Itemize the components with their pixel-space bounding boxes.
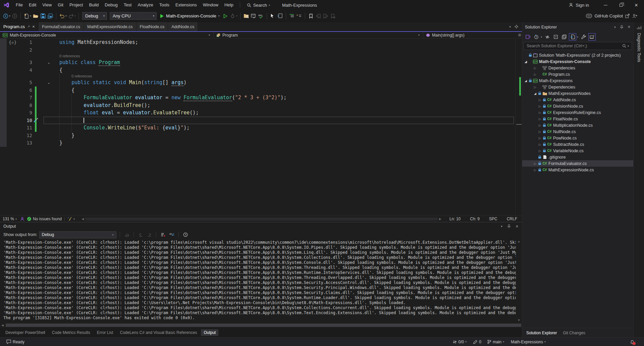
- output-source-dropdown[interactable]: Debug ▾: [39, 231, 116, 238]
- quick-actions-icon[interactable]: [33, 117, 39, 123]
- peek-definition-icon[interactable]: [276, 12, 284, 20]
- expand-icon[interactable]: ▷: [538, 130, 542, 133]
- close-panel-icon[interactable]: ✕: [628, 25, 631, 29]
- minimize-button[interactable]: [598, 0, 613, 10]
- expand-icon[interactable]: ▷: [538, 136, 542, 140]
- expand-icon[interactable]: ▷: [538, 117, 542, 121]
- preview-selected-items-icon[interactable]: [588, 33, 596, 41]
- collapse-icon[interactable]: ◢: [533, 92, 537, 95]
- tree-item-expressionruleengine-cs[interactable]: ▷C#ExpressionRuleEngine.cs: [522, 109, 633, 116]
- tab-mathexpressionnode-cs[interactable]: MathExpressionNode.cs: [84, 22, 136, 31]
- expand-icon[interactable]: ▷: [538, 105, 542, 108]
- expand-icon[interactable]: ▷: [538, 111, 542, 114]
- navigate-backward-icon[interactable]: [2, 12, 9, 20]
- expand-icon[interactable]: ▷: [538, 149, 542, 153]
- menu-window[interactable]: Window: [200, 0, 221, 10]
- solution-platforms-dropdown[interactable]: Any CPU▾: [110, 12, 157, 20]
- spell-check-icon[interactable]: abc: [257, 12, 265, 20]
- expand-icon[interactable]: ▷: [533, 66, 537, 70]
- menu-tools[interactable]: Tools: [156, 0, 172, 10]
- code-editor[interactable]: {▫} 1using MathExpressionNodes;20 refere…: [0, 39, 522, 216]
- sync-namespaces-icon[interactable]: [544, 33, 551, 41]
- breakpoint-margin[interactable]: [0, 79, 7, 86]
- tree-item-divisionnode-cs[interactable]: ▷C#DivisionNode.cs: [522, 103, 633, 109]
- code-line[interactable]: 1using MathExpressionNodes;: [0, 39, 515, 46]
- previous-bookmark-icon[interactable]: [315, 12, 322, 20]
- code-line[interactable]: 6 {: [0, 86, 515, 94]
- solution-configurations-dropdown[interactable]: Debug▾: [82, 12, 107, 20]
- sign-in-button[interactable]: + Sign in: [569, 3, 589, 8]
- breakpoint-margin[interactable]: [0, 66, 7, 74]
- feedback-button[interactable]: Ready: [3, 340, 28, 344]
- code-line[interactable]: 11 Console.WriteLine($"Eval: {eval}");: [0, 124, 515, 132]
- code-line[interactable]: 13}: [0, 139, 515, 147]
- pin-icon[interactable]: [507, 224, 511, 228]
- chevron-down-icon[interactable]: ▾: [30, 14, 31, 17]
- expand-icon[interactable]: ▷: [538, 143, 542, 146]
- panel-tab-developer-powershell[interactable]: Developer PowerShell: [3, 329, 48, 336]
- tree-item-variablenode-cs[interactable]: ▷C#VariableNode.cs: [522, 148, 633, 154]
- new-file-icon[interactable]: ✱: [23, 12, 30, 20]
- code-line[interactable]: 7 FormulaEvaluator evaluator = new Formu…: [0, 94, 515, 102]
- menu-build[interactable]: Build: [86, 0, 102, 10]
- output-horizontal-scrollbar[interactable]: ◀: [0, 323, 522, 328]
- code-line[interactable]: 5⌄ public static void Main(string[] args…: [0, 79, 515, 86]
- tree-item-math-expressions[interactable]: ◢C#Math-Expressions: [522, 77, 633, 84]
- codelens-references[interactable]: 0 references: [0, 54, 515, 59]
- scroll-left-icon[interactable]: ◀: [0, 324, 5, 327]
- close-button[interactable]: ✕: [629, 0, 644, 10]
- tab-addnode-cs[interactable]: AddNode.cs: [168, 22, 198, 31]
- expand-icon[interactable]: ▷: [538, 98, 542, 102]
- space-mode-indicator[interactable]: SPC: [484, 217, 502, 221]
- tree-item-math-expression-console[interactable]: ◢C#Math-Expression-Console: [522, 58, 633, 65]
- next-bookmark-icon[interactable]: [322, 12, 329, 20]
- breadcrumb-member[interactable]: Main(string[] args): [423, 32, 517, 38]
- chevron-down-icon[interactable]: ▾: [74, 14, 76, 17]
- breakpoint-margin[interactable]: [0, 59, 7, 66]
- diagnostic-tools-tab[interactable]: Diagnostic Tools: [637, 33, 641, 62]
- show-all-files-icon[interactable]: [250, 12, 257, 20]
- timestamp-icon[interactable]: [182, 231, 189, 238]
- menu-view[interactable]: View: [39, 0, 55, 10]
- output-vertical-scrollbar[interactable]: ▲▼: [516, 239, 522, 323]
- close-panel-icon[interactable]: ✕: [516, 224, 519, 229]
- clear-bookmarks-icon[interactable]: [329, 12, 337, 20]
- search-box[interactable]: Search ▾: [244, 3, 274, 8]
- code-line[interactable]: 2: [0, 46, 515, 54]
- chevron-down-icon[interactable]: ▾: [236, 14, 237, 17]
- menu-extensions[interactable]: Extensions: [172, 0, 200, 10]
- hot-reload-icon[interactable]: [229, 12, 236, 20]
- codelens-references[interactable]: 0 references: [0, 74, 515, 79]
- code-line[interactable]: 10: [0, 117, 515, 124]
- chevron-down-icon[interactable]: ▾: [541, 36, 542, 39]
- wrench-icon[interactable]: [580, 33, 587, 41]
- tree-item-gitignore[interactable]: .gitignore: [522, 154, 633, 160]
- redo-icon[interactable]: [67, 12, 75, 20]
- start-without-debugging-icon[interactable]: [222, 12, 229, 20]
- explorer-tab-git-changes[interactable]: Git Changes: [563, 331, 585, 335]
- tree-item-mathexpressionnodes[interactable]: ◢MathExpressionNodes: [522, 90, 633, 97]
- pending-changes-filter-icon[interactable]: [533, 33, 540, 41]
- panel-tab-codelens-c-and-visual-basic-references[interactable]: CodeLens C# and Visual Basic References: [117, 329, 200, 336]
- repository-picker-button[interactable]: Math-Expressions ▾: [508, 340, 549, 344]
- tree-item-program-cs[interactable]: ▷C#Program.cs: [522, 71, 633, 77]
- pending-edits-button[interactable]: 0: [470, 340, 484, 344]
- save-icon[interactable]: [39, 12, 47, 20]
- undo-icon[interactable]: [58, 12, 66, 20]
- tree-item-pownode-cs[interactable]: ▷C#PowNode.cs: [522, 135, 633, 141]
- chevron-down-icon[interactable]: ▾: [65, 14, 67, 17]
- tree-item-formulaevaluator-cs[interactable]: ▷C#FormulaEvaluator.cs: [522, 160, 633, 167]
- output-log[interactable]: 'Math-Expression-Console.exe' (CoreCLR: …: [0, 239, 522, 323]
- pin-tab-icon[interactable]: ⊤: [26, 24, 31, 29]
- menu-git[interactable]: Git: [55, 0, 66, 10]
- zoom-dropdown[interactable]: 131 % ▾: [0, 217, 20, 221]
- tree-item-multiplicationnode-cs[interactable]: ▷C#MultiplicationNode.cs: [522, 122, 633, 128]
- navigate-forward-icon[interactable]: [11, 12, 18, 20]
- previous-message-icon[interactable]: [137, 231, 144, 238]
- comment-out-icon[interactable]: ❞: [296, 12, 303, 20]
- code-line[interactable]: 4{: [0, 66, 515, 74]
- tree-item-subtractnode-cs[interactable]: ▷C#SubtractNode.cs: [522, 141, 633, 148]
- save-all-icon[interactable]: [47, 12, 54, 20]
- collapse-all-icon[interactable]: [552, 33, 559, 41]
- tree-item-addnode-cs[interactable]: ▷C#AddNode.cs: [522, 97, 633, 103]
